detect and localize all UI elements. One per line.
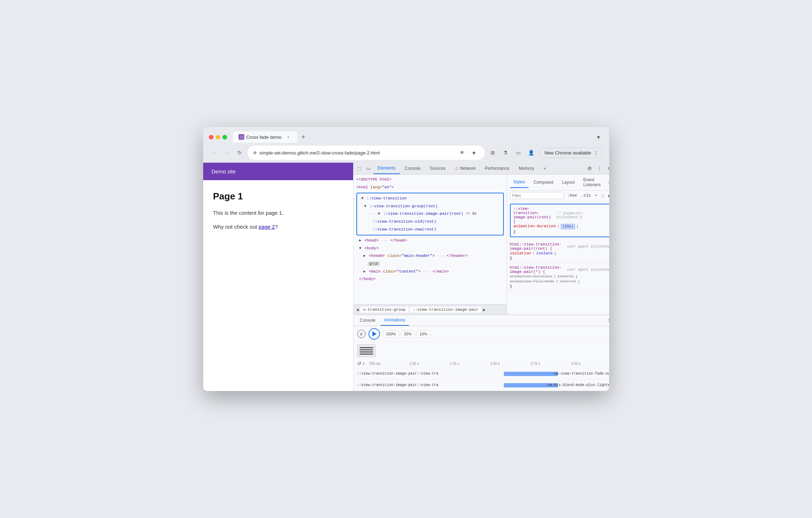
grid-badge-line[interactable]: grid <box>354 260 507 268</box>
replay-button[interactable]: ↺ <box>357 361 361 366</box>
transition-old-pseudo: ::view-transition-old(root) <box>373 219 436 224</box>
forward-button[interactable]: → <box>222 148 232 158</box>
styles-filter-input[interactable] <box>510 192 564 199</box>
prop-isolation: isolation <box>510 251 531 255</box>
mark-300s: 3.00 s <box>490 362 531 366</box>
tab-elements[interactable]: Elements <box>374 163 400 174</box>
back-button[interactable]: ← <box>209 148 219 158</box>
profile-icon[interactable]: 👤 <box>526 148 536 158</box>
minimize-traffic-light[interactable] <box>216 135 220 139</box>
breadcrumb-item-2[interactable]: ::view-transition-image-pair <box>410 307 482 313</box>
close-traffic-light[interactable] <box>209 135 214 139</box>
style-rule-3: html::view-transition-image-pair(*) { us… <box>507 263 609 291</box>
active-tab[interactable]: ⬡ Cross fade demo × <box>233 131 297 143</box>
cls-button[interactable]: .cls <box>580 193 592 199</box>
rule-selector-2: html::view-transition-image-pair(root) { <box>510 242 562 251</box>
speed-10[interactable]: 10% <box>416 330 431 337</box>
devtools-gear-icon[interactable]: ⚙ <box>585 164 594 173</box>
play-button[interactable] <box>369 328 380 340</box>
fullscreen-traffic-light[interactable] <box>222 135 227 139</box>
breadcrumb-item-1[interactable]: v-transition-group <box>360 307 408 313</box>
tab-memory[interactable]: Memory <box>515 163 538 174</box>
add-style-button[interactable]: + <box>593 193 599 199</box>
tab-performance[interactable]: Performance <box>481 163 514 174</box>
computed-icon[interactable]: ▣ <box>607 193 609 199</box>
tab-event-listeners[interactable]: Event Listeners <box>580 174 606 190</box>
tab-more[interactable]: » <box>539 163 550 174</box>
html-doctype-line[interactable]: <!DOCTYPE html> <box>354 176 507 184</box>
chrome-update-button[interactable]: New Chrome available ⋮ <box>539 148 603 158</box>
track-2-animation-name: -ua-mix-blend-mode-plus-lighter <box>546 383 609 387</box>
devtools-inspect-icon[interactable]: ⬚ <box>355 163 364 174</box>
animations-close-button[interactable]: ✕ <box>608 318 609 323</box>
tab-console-anim[interactable]: Console <box>356 315 379 325</box>
semicolon-3: ; <box>575 274 578 279</box>
styles-tab-more[interactable]: » <box>607 178 609 186</box>
body-close-line[interactable]: </body> <box>354 275 507 283</box>
transition-old-line[interactable]: ::view-transition-old(root) <box>359 218 502 226</box>
camera-off-icon[interactable]: 👁 <box>457 148 467 158</box>
track-2-label[interactable]: ::view-transition-image-pair::view-tra <box>354 383 461 387</box>
html-tag-line[interactable]: <html lang="en"> <box>354 184 507 192</box>
tab-console[interactable]: Console <box>401 163 425 174</box>
head-line[interactable]: ▶ <head> ··· </head> <box>354 237 507 245</box>
track-1-label[interactable]: ::view-transition-image-pair::view-tra <box>354 372 461 376</box>
lab-icon[interactable]: ⚗ <box>501 148 511 158</box>
prop-animation-duration: animation-duration <box>513 224 556 229</box>
extensions-icon[interactable]: ⊞ <box>488 148 498 158</box>
style-property-isolation: isolation : isolate; <box>510 251 609 256</box>
view-transition-group-line[interactable]: ▼ ::view-transition-group(root) <box>359 203 502 210</box>
header-line[interactable]: ▶ <header class="main-header"> ··· </hea… <box>354 252 507 260</box>
transition-new-line[interactable]: ::view-transition-new(root) <box>359 226 502 234</box>
devtools-more-icon[interactable]: ⋮ <box>595 164 604 173</box>
body-line[interactable]: ▼ <body> <box>354 245 507 253</box>
tab-network[interactable]: ⚠ Network <box>451 163 480 174</box>
rule-closing-2: } <box>510 256 609 261</box>
breadcrumb-next[interactable]: ▶ <box>483 307 485 313</box>
address-input[interactable]: ⊕ simple-set-demos.glitch.me/2-slow-cros… <box>247 146 485 160</box>
tab-dropdown-button[interactable]: ▾ <box>593 132 603 142</box>
styles-filter-row: :hov .cls + ⬚ ▣ <box>507 191 609 201</box>
style-property-animation-duration: animation-duration : 100ms; <box>513 224 609 229</box>
ellipsis-line[interactable]: ··· ▼ ::view-transition-image-pair(root)… <box>359 210 502 218</box>
prop-anim-fill: animation-fill-mode <box>510 279 555 284</box>
timeline-header: ↺ 0 750 ms 1.50 s 2.25 s 3.00 s 3.75 s 4… <box>354 359 609 368</box>
title-bar: ⬡ Cross fade demo × + ▾ <box>203 127 609 143</box>
main-line[interactable]: ▶ <main class="content"> ··· </main> <box>354 268 507 276</box>
styles-filter-buttons: :hov .cls + ⬚ ▣ <box>566 193 609 199</box>
timeline-marks: 750 ms 1.50 s 2.25 s 3.00 s 3.75 s 4.50 … <box>369 362 609 366</box>
tab-sources[interactable]: Sources <box>426 163 450 174</box>
refresh-button[interactable]: ↻ <box>235 148 245 158</box>
tab-animations[interactable]: Animations <box>381 315 409 326</box>
speed-buttons: 100% 25% 10% <box>383 330 431 337</box>
group-line-1 <box>360 347 373 348</box>
page-2-link[interactable]: page 2 <box>259 224 275 230</box>
val-isolate: isolate <box>536 251 553 255</box>
tab-computed[interactable]: Computed <box>530 177 557 188</box>
new-tab-button[interactable]: + <box>299 132 309 142</box>
devtools-tab-bar: ⬚ ▭ Elements Console Sources ⚠ Network P… <box>354 163 609 174</box>
html-tag: <html <box>356 185 371 189</box>
inspect-icon[interactable]: ⬚ <box>600 193 606 199</box>
pause-all-button[interactable]: ⊘ <box>357 330 366 338</box>
animations-tabs: Console Animations ✕ <box>354 315 609 326</box>
chrome-update-label: New Chrome available <box>545 150 591 156</box>
styles-panel: Styles Computed Layout Event Listeners »… <box>507 174 609 315</box>
breadcrumb-prev[interactable]: ◀ <box>356 307 359 313</box>
speed-25[interactable]: 25% <box>401 330 415 337</box>
sidebar-icon[interactable]: ▭ <box>513 148 523 158</box>
play-icon <box>372 331 377 336</box>
semicolon-1: ; <box>576 224 579 229</box>
devtools-device-icon[interactable]: ▭ <box>364 163 373 174</box>
group-line-2 <box>360 349 373 350</box>
tab-layout[interactable]: Layout <box>558 177 578 188</box>
bookmark-icon[interactable]: ★ <box>469 148 479 158</box>
val-100ms[interactable]: 100ms <box>561 224 575 229</box>
speed-100[interactable]: 100% <box>383 330 399 337</box>
tab-styles[interactable]: Styles <box>510 177 529 188</box>
view-transition-pseudo: ::view-transition <box>367 196 407 200</box>
devtools-close-icon[interactable]: ✕ <box>605 164 609 173</box>
tab-close-button[interactable]: × <box>286 134 291 140</box>
hov-button[interactable]: :hov <box>566 193 578 199</box>
view-transition-line[interactable]: ▼ ::view-transition <box>359 195 502 203</box>
